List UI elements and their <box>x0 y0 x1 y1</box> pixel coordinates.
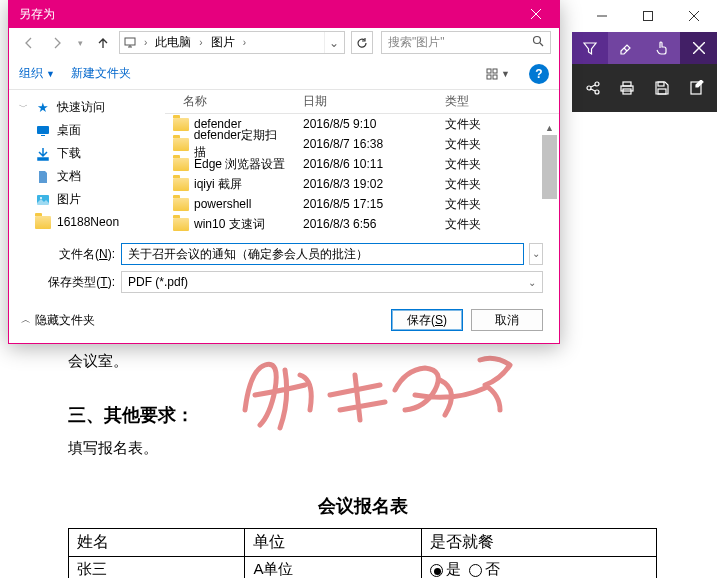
refresh-button[interactable] <box>351 31 373 54</box>
file-row[interactable]: Edge 浏览器设置2016/8/6 10:11文件夹 <box>165 154 559 174</box>
dialog-close-button[interactable] <box>513 0 559 28</box>
chevron-up-icon: ︿ <box>21 313 31 327</box>
file-row[interactable]: win10 支速词2016/8/3 6:56文件夹 <box>165 214 559 234</box>
table-title: 会议报名表 <box>68 494 657 518</box>
sidebar-item-quick-access[interactable]: ﹀ ★ 快速访问 <box>9 96 165 119</box>
svg-rect-31 <box>38 158 48 160</box>
file-row[interactable]: iqiyi 截屏2016/8/3 19:02文件夹 <box>165 174 559 194</box>
document-icon <box>35 169 51 185</box>
dialog-titlebar[interactable]: 另存为 <box>9 0 559 28</box>
breadcrumb-item[interactable]: 图片 <box>209 34 237 51</box>
svg-point-8 <box>595 82 599 86</box>
maximize-button[interactable] <box>625 0 671 32</box>
hide-folders-toggle[interactable]: ︿ 隐藏文件夹 <box>21 312 95 329</box>
chevron-down-icon: ﹀ <box>19 101 29 114</box>
minimize-button[interactable] <box>579 0 625 32</box>
form-table: 姓名 单位 是否就餐 张三 A单位 是 否 <box>68 528 657 578</box>
breadcrumb[interactable]: › 此电脑 › 图片 › ⌄ <box>119 31 345 54</box>
filetype-label: 保存类型(T): <box>25 274 115 291</box>
organize-menu[interactable]: 组织 ▼ <box>19 65 55 82</box>
breadcrumb-dropdown[interactable]: ⌄ <box>324 32 342 53</box>
svg-rect-27 <box>487 75 491 79</box>
svg-rect-16 <box>658 89 666 94</box>
sidebar-item-folder[interactable]: 16188Neon <box>9 211 165 233</box>
sidebar-item-downloads[interactable]: 下载 <box>9 142 165 165</box>
file-row[interactable]: powershell2016/8/5 17:15文件夹 <box>165 194 559 214</box>
column-header-date[interactable]: 日期 <box>295 93 437 110</box>
doc-heading: 三、其他要求： <box>68 403 657 427</box>
nav-back-button[interactable] <box>17 31 41 55</box>
svg-line-11 <box>591 89 595 91</box>
file-row[interactable]: defender定期扫描2016/8/7 16:38文件夹 <box>165 134 559 154</box>
pc-icon <box>122 35 138 51</box>
chevron-right-icon: › <box>239 37 250 48</box>
file-list: 名称 日期 类型 defender2016/8/5 9:10文件夹defende… <box>165 90 559 235</box>
doc-text: 会议室。 <box>68 352 657 371</box>
th-dine: 是否就餐 <box>421 529 656 557</box>
sidebar-item-pictures[interactable]: 图片 <box>9 188 165 211</box>
picture-icon <box>35 192 51 208</box>
help-button[interactable]: ? <box>529 64 549 84</box>
breadcrumb-item[interactable]: 此电脑 <box>153 34 193 51</box>
svg-point-33 <box>40 197 42 199</box>
chevron-down-icon: ⌄ <box>528 277 536 288</box>
save-button[interactable]: 保存(S) <box>391 309 463 331</box>
star-icon: ★ <box>35 100 51 116</box>
svg-rect-1 <box>644 12 653 21</box>
sidebar-item-documents[interactable]: 文档 <box>9 165 165 188</box>
share-icon[interactable] <box>576 64 610 112</box>
download-icon <box>35 146 51 162</box>
svg-rect-15 <box>658 82 664 86</box>
nav-forward-button[interactable] <box>45 31 69 55</box>
filename-dropdown[interactable]: ⌄ <box>529 243 543 265</box>
svg-line-10 <box>591 85 595 87</box>
th-name: 姓名 <box>69 529 245 557</box>
folder-icon <box>35 214 51 230</box>
panel-close-button[interactable] <box>680 32 717 64</box>
search-icon <box>532 35 544 50</box>
svg-rect-30 <box>41 135 45 136</box>
folder-icon <box>173 138 189 151</box>
print-icon[interactable] <box>610 64 644 112</box>
chevron-right-icon: › <box>195 37 206 48</box>
chevron-right-icon: › <box>140 37 151 48</box>
filename-input[interactable] <box>121 243 524 265</box>
column-header-type[interactable]: 类型 <box>437 93 517 110</box>
svg-rect-26 <box>493 69 497 73</box>
nav-history-button[interactable]: ▾ <box>73 31 87 55</box>
scroll-up-icon[interactable]: ▲ <box>542 120 557 135</box>
touch-icon[interactable] <box>644 32 680 64</box>
svg-rect-28 <box>493 75 497 79</box>
save-icon[interactable] <box>645 64 679 112</box>
cell-dine: 是 否 <box>421 557 656 579</box>
folder-icon <box>173 218 189 231</box>
folder-icon <box>173 198 189 211</box>
filetype-combo[interactable]: PDF (*.pdf) ⌄ <box>121 271 543 293</box>
scrollbar[interactable]: ▲ <box>542 120 557 231</box>
filter-icon[interactable] <box>572 32 608 64</box>
filename-label: 文件名(N): <box>25 246 115 263</box>
app-close-button[interactable] <box>671 0 717 32</box>
view-mode-button[interactable]: ▼ <box>483 68 513 80</box>
dialog-title: 另存为 <box>19 6 55 23</box>
folder-icon <box>173 158 189 171</box>
sidebar-item-desktop[interactable]: 桌面 <box>9 119 165 142</box>
column-header-name[interactable]: 名称 <box>165 93 295 110</box>
scroll-thumb[interactable] <box>542 135 557 199</box>
edit-icon[interactable] <box>679 64 713 112</box>
svg-point-7 <box>587 86 591 90</box>
svg-line-4 <box>624 48 627 51</box>
cancel-button[interactable]: 取消 <box>471 309 543 331</box>
svg-point-23 <box>534 37 541 44</box>
nav-up-button[interactable] <box>91 31 115 55</box>
search-input[interactable]: 搜索"图片" <box>381 31 551 54</box>
folder-icon <box>173 118 189 131</box>
svg-point-9 <box>595 90 599 94</box>
svg-line-24 <box>540 43 543 46</box>
eraser-icon[interactable] <box>608 32 644 64</box>
new-folder-button[interactable]: 新建文件夹 <box>71 65 131 82</box>
desktop-icon <box>35 123 51 139</box>
save-as-dialog: 另存为 ▾ › 此电脑 › 图片 › ⌄ 搜索" <box>8 0 560 344</box>
svg-rect-29 <box>37 126 49 134</box>
cell-unit: A单位 <box>245 557 421 579</box>
